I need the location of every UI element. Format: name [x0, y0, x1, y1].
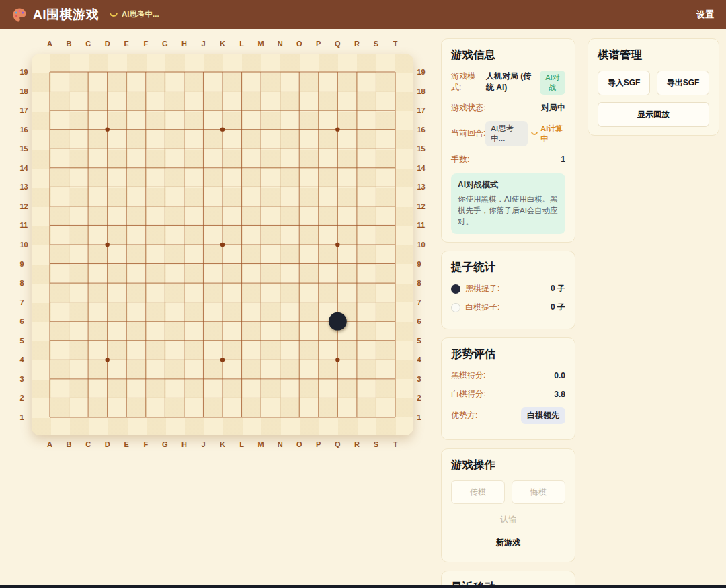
star-point-Q4	[335, 358, 339, 362]
board-letter-E: E	[124, 40, 129, 48]
go-board[interactable]	[41, 63, 404, 426]
export-sgf-button[interactable]: 导出SGF	[657, 71, 709, 95]
notice-body: 你使用黑棋，AI使用白棋。黑棋先手，你落子后AI会自动应对。	[458, 194, 559, 228]
status-label: 游戏状态:	[451, 102, 485, 114]
white-score-label: 白棋得分:	[451, 388, 485, 400]
board-number-17: 17	[20, 106, 28, 114]
mode-label: 游戏模式:	[451, 71, 482, 93]
game-info-panel: 游戏信息 游戏模式: 人机对局 (传统 AI) AI对战 游戏状态: 对局中 当…	[441, 38, 575, 243]
leader-badge: 白棋领先	[521, 407, 565, 424]
resign-button[interactable]: 认输	[451, 508, 565, 531]
board-number-12: 12	[417, 202, 426, 210]
star-point-D10	[105, 243, 109, 247]
board-number-11: 11	[20, 221, 28, 229]
white-captures-value: 0 子	[551, 302, 565, 313]
board-letter-B: B	[67, 440, 72, 448]
board-number-16: 16	[417, 126, 426, 134]
board-letter-O: O	[296, 440, 302, 448]
board-letter-M: M	[258, 40, 264, 48]
black-captures-value: 0 子	[551, 283, 565, 294]
stone-black-Q6	[329, 312, 347, 331]
board-number-10: 10	[20, 241, 28, 249]
white-captures-label: 白棋提子:	[465, 302, 499, 313]
board-letter-P: P	[316, 440, 321, 448]
star-point-Q10	[335, 243, 339, 247]
ai-calculating-status: AI计算中	[531, 124, 565, 144]
app-header: AI围棋游戏 AI思考中... 设置	[0, 0, 726, 29]
star-point-Q16	[335, 127, 339, 131]
star-point-K10	[220, 243, 225, 247]
move-count-value: 1	[561, 155, 565, 164]
board-letter-R: R	[354, 40, 360, 48]
board-letter-M: M	[258, 440, 264, 448]
board-number-14: 14	[20, 164, 28, 172]
game-info-title: 游戏信息	[451, 48, 565, 62]
captures-title: 提子统计	[451, 260, 565, 275]
board-number-7: 7	[417, 298, 421, 306]
star-point-K16	[220, 127, 225, 131]
board-number-15: 15	[417, 144, 426, 153]
black-score-label: 黑棋得分:	[451, 370, 485, 381]
board-letter-R: R	[354, 440, 360, 448]
board-letter-J: J	[201, 40, 205, 48]
board-number-18: 18	[417, 87, 426, 95]
evaluation-panel: 形势评估 黑棋得分: 0.0 白棋得分: 3.8 优势方: 白棋领先	[441, 337, 575, 440]
leader-label: 优势方:	[451, 410, 477, 421]
actions-title: 游戏操作	[451, 458, 565, 472]
board-letter-T: T	[393, 440, 398, 448]
move-count-label: 手数:	[451, 154, 469, 165]
ai-mode-notice: AI对战模式 你使用黑棋，AI使用白棋。黑棋先手，你落子后AI会自动应对。	[451, 173, 565, 235]
board-letter-F: F	[143, 40, 148, 48]
black-captures-label: 黑棋提子:	[465, 283, 499, 294]
board-number-9: 9	[20, 260, 24, 268]
status-value: 对局中	[541, 102, 565, 114]
board-number-19: 19	[417, 68, 426, 76]
board-letter-F: F	[143, 440, 148, 448]
ai-thinking-status: AI思考中...	[110, 9, 159, 19]
board-number-7: 7	[20, 298, 24, 306]
black-score-value: 0.0	[554, 371, 565, 380]
board-letter-B: B	[67, 40, 72, 48]
board-letter-K: K	[220, 440, 225, 448]
board-letter-N: N	[278, 440, 283, 448]
board-letter-L: L	[239, 40, 244, 48]
go-board-panel	[32, 54, 413, 435]
board-number-10: 10	[417, 241, 426, 249]
new-game-button[interactable]: 新游戏	[451, 531, 565, 554]
settings-button[interactable]: 设置	[696, 9, 714, 21]
show-replay-button[interactable]: 显示回放	[598, 102, 709, 127]
board-letter-G: G	[162, 440, 168, 448]
pass-button[interactable]: 传棋	[451, 480, 505, 504]
notice-title: AI对战模式	[458, 179, 559, 191]
turn-label: 当前回合:	[451, 128, 485, 139]
board-letter-K: K	[220, 40, 225, 48]
board-number-1: 1	[417, 413, 421, 421]
board-letter-T: T	[393, 40, 398, 48]
board-number-13: 13	[20, 183, 28, 191]
crescent-loading-icon	[110, 13, 118, 17]
undo-button[interactable]: 悔棋	[512, 480, 565, 504]
board-letter-H: H	[182, 440, 187, 448]
palette-icon	[12, 7, 27, 22]
ai-battle-badge: AI对战	[540, 71, 565, 95]
board-number-8: 8	[20, 279, 24, 287]
board-section: ABCDEFGHJKLMNOPQRST 19181716151413121110…	[16, 38, 429, 451]
sgf-title: 棋谱管理	[598, 48, 709, 62]
sgf-panel: 棋谱管理 导入SGF 导出SGF 显示回放	[588, 38, 719, 136]
board-number-17: 17	[417, 106, 426, 114]
mode-value: 人机对局 (传统 AI)	[482, 71, 540, 94]
board-numbers-left: 19181716151413121110987654321	[16, 54, 32, 435]
star-point-D4	[105, 358, 109, 362]
star-point-D16	[105, 127, 109, 131]
board-number-2: 2	[417, 394, 421, 402]
board-number-12: 12	[20, 202, 28, 210]
board-number-14: 14	[417, 164, 426, 172]
board-number-16: 16	[20, 126, 28, 134]
board-letter-P: P	[316, 40, 321, 48]
board-number-5: 5	[417, 337, 421, 345]
import-sgf-button[interactable]: 导入SGF	[598, 71, 650, 95]
board-number-2: 2	[20, 394, 24, 402]
app-title: AI围棋游戏	[33, 6, 99, 24]
board-number-6: 6	[20, 317, 24, 325]
board-letter-C: C	[85, 440, 91, 448]
